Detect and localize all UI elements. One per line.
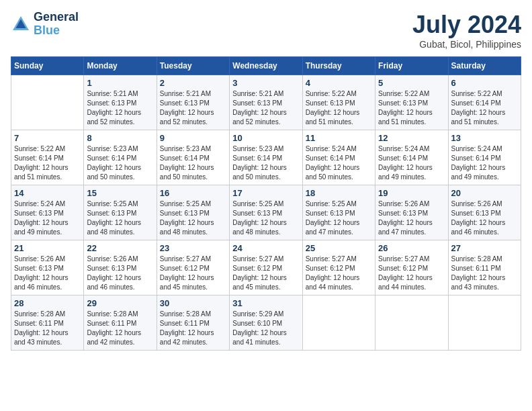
calendar-cell: 2Sunrise: 5:21 AM Sunset: 6:13 PM Daylig… [157, 75, 229, 130]
calendar-cell: 29Sunrise: 5:28 AM Sunset: 6:11 PM Dayli… [84, 295, 157, 351]
header-cell-monday: Monday [84, 57, 157, 75]
logo-text: General Blue [34, 11, 79, 38]
day-number: 4 [306, 78, 372, 88]
day-number: 13 [451, 133, 518, 143]
day-info: Sunrise: 5:25 AM Sunset: 6:13 PM Dayligh… [87, 199, 153, 237]
calendar-cell: 5Sunrise: 5:22 AM Sunset: 6:13 PM Daylig… [375, 75, 448, 130]
day-info: Sunrise: 5:21 AM Sunset: 6:13 PM Dayligh… [232, 89, 299, 127]
month-title: July 2024 [412, 11, 521, 39]
calendar-cell: 3Sunrise: 5:21 AM Sunset: 6:13 PM Daylig… [230, 75, 302, 130]
day-info: Sunrise: 5:22 AM Sunset: 6:14 PM Dayligh… [14, 144, 81, 182]
day-number: 6 [451, 78, 518, 88]
page-header: General Blue July 2024 Gubat, Bicol, Phi… [11, 11, 521, 50]
day-number: 29 [87, 298, 153, 308]
day-info: Sunrise: 5:23 AM Sunset: 6:14 PM Dayligh… [160, 144, 226, 182]
day-number: 16 [160, 188, 226, 198]
calendar-cell [302, 295, 375, 351]
day-number: 8 [87, 133, 153, 143]
day-info: Sunrise: 5:28 AM Sunset: 6:11 PM Dayligh… [14, 310, 81, 347]
day-info: Sunrise: 5:25 AM Sunset: 6:13 PM Dayligh… [306, 199, 372, 237]
week-row-5: 28Sunrise: 5:28 AM Sunset: 6:11 PM Dayli… [11, 295, 521, 351]
day-info: Sunrise: 5:27 AM Sunset: 6:12 PM Dayligh… [378, 255, 445, 292]
day-info: Sunrise: 5:27 AM Sunset: 6:12 PM Dayligh… [306, 255, 372, 292]
header-row: SundayMondayTuesdayWednesdayThursdayFrid… [11, 57, 521, 75]
calendar-cell: 26Sunrise: 5:27 AM Sunset: 6:12 PM Dayli… [375, 240, 448, 295]
header-cell-wednesday: Wednesday [230, 57, 302, 75]
day-info: Sunrise: 5:25 AM Sunset: 6:13 PM Dayligh… [232, 199, 299, 237]
day-number: 12 [378, 133, 445, 143]
calendar-cell: 25Sunrise: 5:27 AM Sunset: 6:12 PM Dayli… [302, 240, 375, 295]
calendar-cell: 15Sunrise: 5:25 AM Sunset: 6:13 PM Dayli… [84, 185, 157, 240]
day-number: 5 [378, 78, 445, 88]
calendar-body: 1Sunrise: 5:21 AM Sunset: 6:13 PM Daylig… [11, 75, 521, 351]
header-cell-thursday: Thursday [302, 57, 375, 75]
day-number: 11 [306, 133, 372, 143]
day-number: 7 [14, 133, 81, 143]
calendar-cell: 8Sunrise: 5:23 AM Sunset: 6:14 PM Daylig… [84, 130, 157, 185]
day-number: 14 [14, 188, 81, 198]
title-block: July 2024 Gubat, Bicol, Philippines [412, 11, 521, 50]
day-info: Sunrise: 5:26 AM Sunset: 6:13 PM Dayligh… [87, 255, 153, 292]
calendar-cell: 19Sunrise: 5:26 AM Sunset: 6:13 PM Dayli… [375, 185, 448, 240]
day-info: Sunrise: 5:26 AM Sunset: 6:13 PM Dayligh… [451, 199, 518, 237]
week-row-4: 21Sunrise: 5:26 AM Sunset: 6:13 PM Dayli… [11, 240, 521, 295]
calendar-cell: 20Sunrise: 5:26 AM Sunset: 6:13 PM Dayli… [448, 185, 521, 240]
calendar-cell: 4Sunrise: 5:22 AM Sunset: 6:13 PM Daylig… [302, 75, 375, 130]
day-number: 30 [160, 298, 226, 308]
header-cell-tuesday: Tuesday [157, 57, 229, 75]
calendar-cell: 24Sunrise: 5:27 AM Sunset: 6:12 PM Dayli… [230, 240, 302, 295]
day-info: Sunrise: 5:21 AM Sunset: 6:13 PM Dayligh… [160, 89, 226, 127]
day-info: Sunrise: 5:23 AM Sunset: 6:14 PM Dayligh… [232, 144, 299, 182]
day-info: Sunrise: 5:27 AM Sunset: 6:12 PM Dayligh… [160, 255, 226, 292]
day-info: Sunrise: 5:28 AM Sunset: 6:11 PM Dayligh… [87, 310, 153, 347]
day-info: Sunrise: 5:22 AM Sunset: 6:14 PM Dayligh… [451, 89, 518, 127]
calendar-cell: 12Sunrise: 5:24 AM Sunset: 6:14 PM Dayli… [375, 130, 448, 185]
day-number: 1 [87, 78, 153, 88]
day-number: 10 [232, 133, 299, 143]
day-info: Sunrise: 5:24 AM Sunset: 6:14 PM Dayligh… [378, 144, 445, 182]
day-number: 28 [14, 298, 81, 308]
header-cell-saturday: Saturday [448, 57, 521, 75]
calendar-cell [448, 295, 521, 351]
day-number: 19 [378, 188, 445, 198]
calendar-cell: 11Sunrise: 5:24 AM Sunset: 6:14 PM Dayli… [302, 130, 375, 185]
day-info: Sunrise: 5:21 AM Sunset: 6:13 PM Dayligh… [87, 89, 153, 127]
calendar-cell: 7Sunrise: 5:22 AM Sunset: 6:14 PM Daylig… [11, 130, 84, 185]
day-info: Sunrise: 5:22 AM Sunset: 6:13 PM Dayligh… [378, 89, 445, 127]
calendar-cell: 28Sunrise: 5:28 AM Sunset: 6:11 PM Dayli… [11, 295, 84, 351]
calendar-cell: 9Sunrise: 5:23 AM Sunset: 6:14 PM Daylig… [157, 130, 229, 185]
week-row-2: 7Sunrise: 5:22 AM Sunset: 6:14 PM Daylig… [11, 130, 521, 185]
calendar-cell [375, 295, 448, 351]
calendar-cell: 17Sunrise: 5:25 AM Sunset: 6:13 PM Dayli… [230, 185, 302, 240]
calendar-cell: 18Sunrise: 5:25 AM Sunset: 6:13 PM Dayli… [302, 185, 375, 240]
calendar-cell [11, 75, 84, 130]
calendar-cell: 21Sunrise: 5:26 AM Sunset: 6:13 PM Dayli… [11, 240, 84, 295]
calendar-cell: 22Sunrise: 5:26 AM Sunset: 6:13 PM Dayli… [84, 240, 157, 295]
day-number: 24 [232, 243, 299, 253]
day-info: Sunrise: 5:28 AM Sunset: 6:11 PM Dayligh… [451, 255, 518, 292]
calendar-cell: 30Sunrise: 5:28 AM Sunset: 6:11 PM Dayli… [157, 295, 229, 351]
calendar-cell: 23Sunrise: 5:27 AM Sunset: 6:12 PM Dayli… [157, 240, 229, 295]
day-number: 9 [160, 133, 226, 143]
day-number: 21 [14, 243, 81, 253]
day-info: Sunrise: 5:26 AM Sunset: 6:13 PM Dayligh… [378, 199, 445, 237]
logo-icon [11, 14, 31, 34]
day-number: 26 [378, 243, 445, 253]
day-info: Sunrise: 5:27 AM Sunset: 6:12 PM Dayligh… [232, 255, 299, 292]
day-info: Sunrise: 5:22 AM Sunset: 6:13 PM Dayligh… [306, 89, 372, 127]
day-info: Sunrise: 5:23 AM Sunset: 6:14 PM Dayligh… [87, 144, 153, 182]
calendar-cell: 1Sunrise: 5:21 AM Sunset: 6:13 PM Daylig… [84, 75, 157, 130]
day-number: 27 [451, 243, 518, 253]
day-number: 17 [232, 188, 299, 198]
day-number: 18 [306, 188, 372, 198]
day-number: 2 [160, 78, 226, 88]
calendar-table: SundayMondayTuesdayWednesdayThursdayFrid… [11, 56, 521, 351]
day-number: 20 [451, 188, 518, 198]
calendar-header: SundayMondayTuesdayWednesdayThursdayFrid… [11, 57, 521, 75]
day-info: Sunrise: 5:24 AM Sunset: 6:14 PM Dayligh… [306, 144, 372, 182]
day-info: Sunrise: 5:26 AM Sunset: 6:13 PM Dayligh… [14, 255, 81, 292]
calendar-cell: 10Sunrise: 5:23 AM Sunset: 6:14 PM Dayli… [230, 130, 302, 185]
header-cell-friday: Friday [375, 57, 448, 75]
header-cell-sunday: Sunday [11, 57, 84, 75]
day-info: Sunrise: 5:24 AM Sunset: 6:13 PM Dayligh… [14, 199, 81, 237]
